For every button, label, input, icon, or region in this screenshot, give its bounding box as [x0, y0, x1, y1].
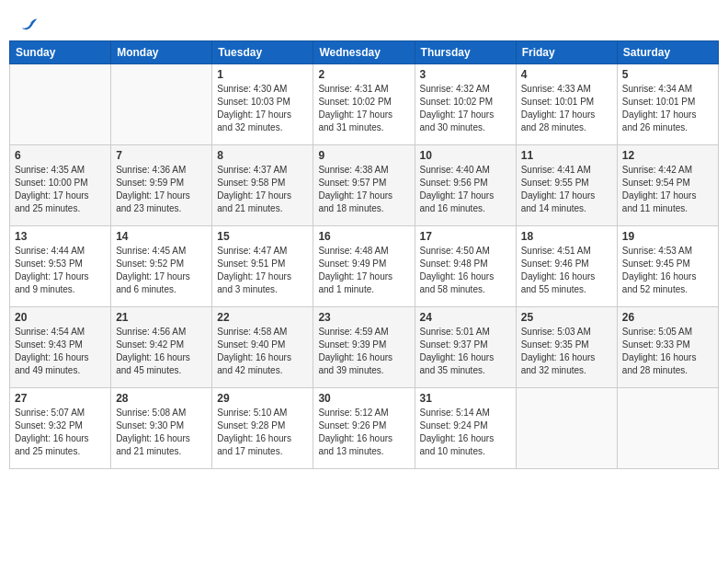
- calendar-cell: 24Sunrise: 5:01 AM Sunset: 9:37 PM Dayli…: [415, 307, 516, 388]
- calendar-week-row: 27Sunrise: 5:07 AM Sunset: 9:32 PM Dayli…: [10, 388, 719, 469]
- day-of-week-header: Friday: [516, 41, 617, 64]
- day-info: Sunrise: 5:08 AM Sunset: 9:30 PM Dayligh…: [116, 407, 207, 458]
- day-info: Sunrise: 4:33 AM Sunset: 10:01 PM Daylig…: [521, 83, 612, 134]
- calendar-cell: 31Sunrise: 5:14 AM Sunset: 9:24 PM Dayli…: [415, 388, 516, 469]
- calendar-cell: 20Sunrise: 4:54 AM Sunset: 9:43 PM Dayli…: [10, 307, 111, 388]
- day-info: Sunrise: 5:01 AM Sunset: 9:37 PM Dayligh…: [420, 326, 511, 377]
- day-info: Sunrise: 4:47 AM Sunset: 9:51 PM Dayligh…: [217, 245, 308, 296]
- day-number: 31: [420, 392, 511, 405]
- day-number: 19: [622, 230, 713, 243]
- day-info: Sunrise: 4:41 AM Sunset: 9:55 PM Dayligh…: [521, 164, 612, 215]
- day-number: 8: [217, 149, 308, 162]
- calendar-cell: 16Sunrise: 4:48 AM Sunset: 9:49 PM Dayli…: [313, 226, 415, 307]
- day-number: 29: [217, 392, 308, 405]
- calendar-cell: 23Sunrise: 4:59 AM Sunset: 9:39 PM Dayli…: [313, 307, 415, 388]
- day-of-week-header: Sunday: [10, 41, 111, 64]
- calendar-week-row: 6Sunrise: 4:35 AM Sunset: 10:00 PM Dayli…: [10, 145, 719, 226]
- calendar-header-row: SundayMondayTuesdayWednesdayThursdayFrid…: [10, 41, 719, 64]
- day-number: 24: [420, 311, 511, 324]
- day-number: 16: [318, 230, 409, 243]
- calendar-cell: 27Sunrise: 5:07 AM Sunset: 9:32 PM Dayli…: [10, 388, 111, 469]
- day-number: 4: [521, 68, 612, 81]
- page-header: [9, 9, 719, 37]
- day-number: 7: [116, 149, 207, 162]
- calendar-cell: [617, 388, 718, 469]
- day-number: 15: [217, 230, 308, 243]
- day-of-week-header: Monday: [111, 41, 212, 64]
- day-of-week-header: Tuesday: [212, 41, 313, 64]
- calendar-cell: 11Sunrise: 4:41 AM Sunset: 9:55 PM Dayli…: [516, 145, 617, 226]
- calendar-cell: 8Sunrise: 4:37 AM Sunset: 9:58 PM Daylig…: [212, 145, 313, 226]
- calendar-cell: [516, 388, 617, 469]
- calendar-cell: 30Sunrise: 5:12 AM Sunset: 9:26 PM Dayli…: [313, 388, 415, 469]
- day-info: Sunrise: 4:35 AM Sunset: 10:00 PM Daylig…: [15, 164, 106, 215]
- day-number: 18: [521, 230, 612, 243]
- day-number: 21: [116, 311, 207, 324]
- day-number: 30: [318, 392, 409, 405]
- calendar-week-row: 20Sunrise: 4:54 AM Sunset: 9:43 PM Dayli…: [10, 307, 719, 388]
- calendar-cell: 26Sunrise: 5:05 AM Sunset: 9:33 PM Dayli…: [617, 307, 718, 388]
- day-number: 17: [420, 230, 511, 243]
- day-number: 27: [15, 392, 106, 405]
- calendar-cell: 10Sunrise: 4:40 AM Sunset: 9:56 PM Dayli…: [415, 145, 516, 226]
- logo: [18, 17, 39, 33]
- calendar-cell: 12Sunrise: 4:42 AM Sunset: 9:54 PM Dayli…: [617, 145, 718, 226]
- day-of-week-header: Saturday: [617, 41, 718, 64]
- day-info: Sunrise: 4:56 AM Sunset: 9:42 PM Dayligh…: [116, 326, 207, 377]
- day-number: 22: [217, 311, 308, 324]
- day-info: Sunrise: 5:14 AM Sunset: 9:24 PM Dayligh…: [420, 407, 511, 458]
- calendar-cell: [10, 64, 111, 145]
- calendar-cell: 18Sunrise: 4:51 AM Sunset: 9:46 PM Dayli…: [516, 226, 617, 307]
- day-number: 14: [116, 230, 207, 243]
- calendar-week-row: 13Sunrise: 4:44 AM Sunset: 9:53 PM Dayli…: [10, 226, 719, 307]
- day-number: 28: [116, 392, 207, 405]
- day-info: Sunrise: 4:54 AM Sunset: 9:43 PM Dayligh…: [15, 326, 106, 377]
- calendar-cell: 15Sunrise: 4:47 AM Sunset: 9:51 PM Dayli…: [212, 226, 313, 307]
- calendar-week-row: 1Sunrise: 4:30 AM Sunset: 10:03 PM Dayli…: [10, 64, 719, 145]
- day-number: 20: [15, 311, 106, 324]
- day-number: 26: [622, 311, 713, 324]
- day-number: 13: [15, 230, 106, 243]
- logo-bird-icon: [20, 17, 39, 33]
- day-info: Sunrise: 5:05 AM Sunset: 9:33 PM Dayligh…: [622, 326, 713, 377]
- calendar-cell: 22Sunrise: 4:58 AM Sunset: 9:40 PM Dayli…: [212, 307, 313, 388]
- calendar-cell: 1Sunrise: 4:30 AM Sunset: 10:03 PM Dayli…: [212, 64, 313, 145]
- calendar-cell: 29Sunrise: 5:10 AM Sunset: 9:28 PM Dayli…: [212, 388, 313, 469]
- day-number: 23: [318, 311, 409, 324]
- day-number: 10: [420, 149, 511, 162]
- calendar-cell: 6Sunrise: 4:35 AM Sunset: 10:00 PM Dayli…: [10, 145, 111, 226]
- calendar-cell: 3Sunrise: 4:32 AM Sunset: 10:02 PM Dayli…: [415, 64, 516, 145]
- day-info: Sunrise: 4:53 AM Sunset: 9:45 PM Dayligh…: [622, 245, 713, 296]
- day-info: Sunrise: 4:37 AM Sunset: 9:58 PM Dayligh…: [217, 164, 308, 215]
- day-number: 1: [217, 68, 308, 81]
- day-number: 6: [15, 149, 106, 162]
- day-info: Sunrise: 4:40 AM Sunset: 9:56 PM Dayligh…: [420, 164, 511, 215]
- day-of-week-header: Thursday: [415, 41, 516, 64]
- calendar-cell: 13Sunrise: 4:44 AM Sunset: 9:53 PM Dayli…: [10, 226, 111, 307]
- calendar-cell: 28Sunrise: 5:08 AM Sunset: 9:30 PM Dayli…: [111, 388, 212, 469]
- day-number: 2: [318, 68, 409, 81]
- calendar-table: SundayMondayTuesdayWednesdayThursdayFrid…: [9, 40, 719, 469]
- day-info: Sunrise: 4:38 AM Sunset: 9:57 PM Dayligh…: [318, 164, 409, 215]
- day-number: 5: [622, 68, 713, 81]
- day-number: 25: [521, 311, 612, 324]
- calendar-cell: 21Sunrise: 4:56 AM Sunset: 9:42 PM Dayli…: [111, 307, 212, 388]
- calendar-cell: 19Sunrise: 4:53 AM Sunset: 9:45 PM Dayli…: [617, 226, 718, 307]
- day-info: Sunrise: 4:51 AM Sunset: 9:46 PM Dayligh…: [521, 245, 612, 296]
- calendar-cell: 4Sunrise: 4:33 AM Sunset: 10:01 PM Dayli…: [516, 64, 617, 145]
- calendar-cell: 25Sunrise: 5:03 AM Sunset: 9:35 PM Dayli…: [516, 307, 617, 388]
- day-info: Sunrise: 4:36 AM Sunset: 9:59 PM Dayligh…: [116, 164, 207, 215]
- calendar-cell: 5Sunrise: 4:34 AM Sunset: 10:01 PM Dayli…: [617, 64, 718, 145]
- day-info: Sunrise: 4:30 AM Sunset: 10:03 PM Daylig…: [217, 83, 308, 134]
- day-info: Sunrise: 5:10 AM Sunset: 9:28 PM Dayligh…: [217, 407, 308, 458]
- day-info: Sunrise: 4:50 AM Sunset: 9:48 PM Dayligh…: [420, 245, 511, 296]
- calendar-cell: 2Sunrise: 4:31 AM Sunset: 10:02 PM Dayli…: [313, 64, 415, 145]
- day-number: 12: [622, 149, 713, 162]
- day-info: Sunrise: 4:32 AM Sunset: 10:02 PM Daylig…: [420, 83, 511, 134]
- calendar-cell: 17Sunrise: 4:50 AM Sunset: 9:48 PM Dayli…: [415, 226, 516, 307]
- day-info: Sunrise: 4:59 AM Sunset: 9:39 PM Dayligh…: [318, 326, 409, 377]
- day-info: Sunrise: 4:34 AM Sunset: 10:01 PM Daylig…: [622, 83, 713, 134]
- day-number: 11: [521, 149, 612, 162]
- day-info: Sunrise: 4:42 AM Sunset: 9:54 PM Dayligh…: [622, 164, 713, 215]
- calendar-cell: 9Sunrise: 4:38 AM Sunset: 9:57 PM Daylig…: [313, 145, 415, 226]
